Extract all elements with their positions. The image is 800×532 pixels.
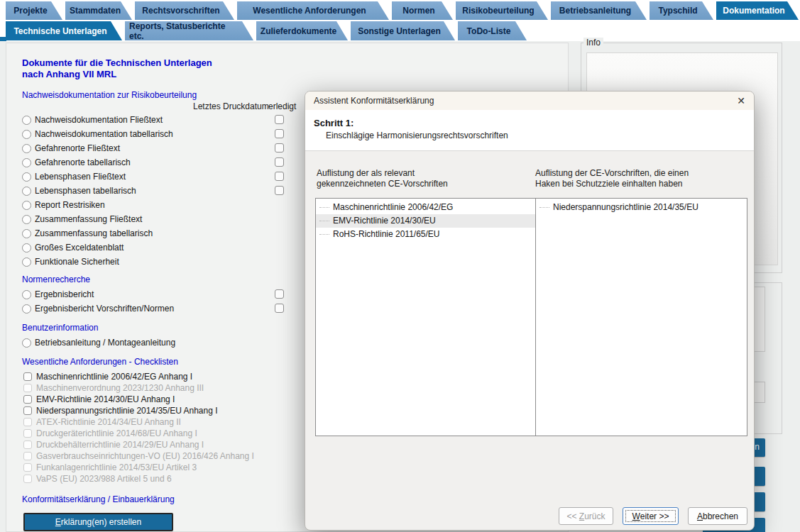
tab-sub-zulieferdokumente[interactable]: Zulieferdokumente — [256, 21, 348, 40]
radio-button[interactable] — [22, 144, 31, 153]
erledigt-checkbox[interactable] — [275, 157, 284, 167]
radio-button[interactable] — [22, 172, 31, 182]
tab-top-stammdaten[interactable]: Stammdaten — [65, 1, 132, 20]
erledigt-checkbox[interactable] — [275, 289, 284, 299]
tab-sub-sonstige-unterlagen[interactable]: Sonstige Unterlagen — [351, 21, 455, 40]
radio-button[interactable] — [22, 243, 31, 253]
info-legend: Info — [583, 38, 603, 48]
doc-label: Großes Exceldatenblatt — [35, 243, 124, 253]
radio-button[interactable] — [22, 215, 31, 224]
weiter-button[interactable]: Weiter >> — [623, 507, 679, 525]
cancel-accesskey: A — [697, 511, 703, 521]
list-item[interactable]: Niederspannungsrichtlinie 2014/35/EU — [536, 201, 747, 214]
tab-sub-todo-liste[interactable]: ToDo-Liste — [458, 21, 527, 40]
radio-button[interactable] — [22, 130, 31, 139]
column-header-druckdatum: Letztes Druckdatum — [193, 101, 269, 111]
checklist-checkbox[interactable] — [23, 372, 32, 381]
left-list-label-line2: gekennzeichneten CE-Vorschriften — [317, 179, 448, 189]
doc-label: Ergebnisbericht — [35, 289, 94, 299]
radio-button[interactable] — [22, 229, 31, 238]
tab-top-wesentliche-anforderungen[interactable]: Wesentliche Anforderungen — [237, 1, 389, 20]
doc-label: Report Restrisiken — [35, 200, 105, 210]
tab-top-rechtsvorschriften[interactable]: Rechtsvorschriften — [135, 1, 234, 20]
erledigt-checkbox[interactable] — [275, 304, 284, 313]
dialog-titlebar[interactable]: Assistent Konformitätserklärung ✕ — [305, 92, 754, 110]
erledigt-checkbox[interactable] — [275, 186, 284, 195]
erledigt-checkbox[interactable] — [275, 143, 284, 153]
checklist-checkbox[interactable] — [23, 406, 32, 415]
erledigt-checkbox[interactable] — [275, 172, 284, 181]
doc-label: Ergebnisbericht Vorschriften/Normen — [35, 304, 174, 314]
checklist-checkbox — [23, 384, 32, 392]
erklaerung-erstellen-button[interactable]: Erklärung(en) erstellen — [23, 513, 173, 531]
checklist-label: Druckgeräterichtlinie 2014/68/EU Anhang … — [36, 428, 197, 438]
radio-button[interactable] — [22, 158, 31, 167]
checklist-checkbox — [23, 418, 32, 426]
app-window: ProjekteStammdatenRechtsvorschriftenWese… — [0, 0, 800, 532]
step-title: Schritt 1: — [314, 118, 754, 128]
right-list-label-line2: Haken bei Schutzziele einhalten haben — [535, 179, 689, 189]
checklist-label: Druckbehälterrichtlinie 2014/29/EU Anhan… — [36, 440, 204, 450]
radio-button[interactable] — [22, 201, 31, 210]
button-label-post: rklärung(en) erstellen — [61, 517, 141, 527]
tab-top-risikobeurteilung[interactable]: Risikobeurteilung — [456, 1, 548, 20]
tab-top-dokumentation[interactable]: Dokumentation — [716, 1, 799, 20]
checklist-label: Maschinenverordnung 2023/1230 Anhang III — [36, 383, 204, 393]
checklist-checkbox — [23, 463, 32, 472]
doc-label: Gefahrenorte Fließtext — [35, 143, 120, 153]
doc-label: Nachweisdokumentation tabellarisch — [35, 129, 173, 139]
step-subtitle: Einschlägige Harmonisierungsrechtsvorsch… — [326, 131, 754, 140]
tab-top-typschild[interactable]: Typschild — [650, 1, 713, 20]
checklist-checkbox — [23, 440, 32, 449]
doc-label: Lebensphasen Fließtext — [35, 172, 126, 182]
back-label-post: urück — [584, 511, 605, 521]
tab-top-betriebsanleitung[interactable]: Betriebsanleitung — [551, 1, 647, 20]
checklist-label: Funkanlagenrichtlinie 2014/53/EU Artikel… — [36, 462, 197, 472]
left-list-label-line1: Auflistung der als relevant — [317, 168, 448, 179]
tab-top-projekte[interactable]: Projekte — [6, 1, 62, 20]
dialog-title: Assistent Konformitätserklärung — [314, 96, 737, 106]
column-header-erledigt: erledigt — [268, 101, 296, 111]
next-label-post: eiter >> — [640, 511, 669, 521]
main-tab-bar: ProjekteStammdatenRechtsvorschriftenWese… — [6, 1, 800, 20]
dialog-button-bar: << Zurück Weiter >> Abbrechen — [305, 507, 754, 531]
back-label-pre: << — [566, 511, 579, 521]
list-item[interactable]: Maschinenrichtlinie 2006/42/EG — [316, 201, 546, 214]
radio-button[interactable] — [22, 338, 31, 348]
relevant-ce-vorschriften-listbox[interactable]: Maschinenrichtlinie 2006/42/EGEMV-Richtl… — [315, 198, 547, 436]
tab-sub-technische-unterlagen[interactable]: Technische Unterlagen — [6, 21, 122, 40]
right-list-label: Auflistung der CE-Vorschriften, die eine… — [535, 168, 689, 189]
checklist-checkbox[interactable] — [23, 395, 32, 404]
radio-button[interactable] — [22, 257, 31, 267]
doc-label: Lebensphasen tabellarisch — [35, 186, 136, 196]
erledigt-checkbox[interactable] — [275, 129, 284, 138]
doc-label: Nachweisdokumentation Fließtext — [35, 115, 163, 125]
checklist-checkbox — [23, 429, 32, 438]
erledigt-checkbox[interactable] — [275, 115, 284, 124]
checklist-label: Maschinenrichtlinie 2006/42/EG Anhang I — [36, 372, 192, 382]
checklist-checkbox — [23, 452, 32, 460]
checklist-label: VaPS (EU) 2023/988 Artikel 5 und 6 — [36, 474, 172, 484]
checklist-label: Gasverbrauchseinrichtungen-VO (EU) 2016/… — [36, 451, 254, 461]
panel-title-line2: nach Anhang VII MRL — [22, 69, 568, 80]
close-icon[interactable]: ✕ — [737, 96, 745, 106]
list-item[interactable]: RoHS-Richtlinie 2011/65/EU — [316, 228, 546, 241]
panel-title: Dokumente für die Technischen Unterlagen… — [22, 57, 568, 80]
tab-sub-reports-statusberichte-etc[interactable]: Reports, Statusberichte etc. — [125, 21, 253, 40]
radio-button[interactable] — [22, 304, 31, 314]
radio-button[interactable] — [22, 290, 31, 299]
list-item[interactable]: EMV-Richtlinie 2014/30/EU — [316, 214, 546, 228]
checklist-checkbox — [23, 475, 32, 483]
tab-top-normen[interactable]: Normen — [392, 1, 453, 20]
cancel-label-post: bbrechen — [703, 511, 738, 521]
panel-title-line1: Dokumente für die Technischen Unterlagen — [22, 57, 568, 69]
radio-button[interactable] — [22, 116, 31, 125]
abbrechen-button[interactable]: Abbrechen — [688, 507, 747, 525]
schutzziele-ce-vorschriften-listbox[interactable]: Niederspannungsrichtlinie 2014/35/EU — [535, 198, 747, 436]
radio-button[interactable] — [22, 187, 31, 196]
checklist-label: Niederspannungsrichtlinie 2014/35/EU Anh… — [36, 406, 218, 416]
button-accesskey: E — [55, 517, 61, 527]
doc-label: Funktionale Sicherheit — [35, 257, 119, 267]
checklist-label: EMV-Richtlinie 2014/30/EU Anhang I — [36, 394, 175, 404]
checklist-label: ATEX-Richtlinie 2014/34/EU Anhang II — [36, 417, 181, 427]
